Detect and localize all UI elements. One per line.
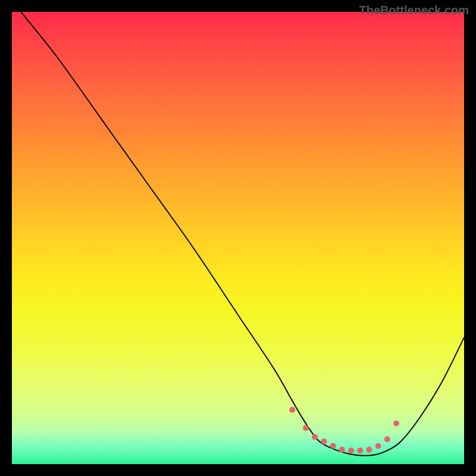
watermark: TheBottleneck.com <box>359 4 469 17</box>
marker-dot <box>303 425 309 431</box>
plot-area <box>12 12 464 464</box>
marker-dot <box>321 439 327 444</box>
marker-dot <box>375 443 381 449</box>
marker-dot <box>330 443 336 449</box>
marker-dot <box>357 447 363 453</box>
marker-dot <box>348 447 354 453</box>
marker-dot <box>312 434 318 440</box>
curve-line <box>21 12 464 456</box>
curve-markers <box>289 407 399 453</box>
marker-dot <box>339 447 345 453</box>
marker-dot <box>384 436 390 442</box>
marker-dot <box>289 407 295 413</box>
marker-dot <box>393 421 399 427</box>
marker-dot <box>366 447 372 453</box>
chart-svg <box>12 12 464 464</box>
